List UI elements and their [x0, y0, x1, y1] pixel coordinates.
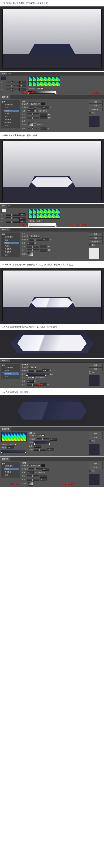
chk-color-overlay[interactable] — [2, 119, 4, 121]
grad-overlay-bar[interactable] — [27, 373, 46, 376]
noise-slider[interactable] — [27, 128, 39, 129]
grad-presets-11[interactable] — [1, 432, 27, 442]
chk-satin[interactable] — [2, 116, 4, 118]
gradient-presets[interactable] — [28, 76, 60, 86]
opacity-slider[interactable] — [29, 106, 42, 108]
ok-button-11b[interactable]: 确定 — [89, 462, 103, 465]
g-slider[interactable] — [6, 85, 19, 87]
g-input-8[interactable] — [19, 217, 27, 220]
preview-thumbnail-8 — [89, 248, 100, 259]
contour-picker[interactable] — [28, 123, 33, 126]
ls-title-8: 图层样式 — [0, 228, 10, 231]
ok-button-8[interactable]: 确定 — [89, 232, 103, 236]
annotation-rgb-8: R:35G:38 — [19, 224, 28, 226]
chk-antialias[interactable] — [34, 123, 36, 125]
step-9-text: 9.下来我们用钢笔画出一个反光的形状，然后加上蒙版大概擦一下看着自然点 — [0, 261, 104, 268]
step-7-canvas — [0, 6, 104, 71]
ok-button-11[interactable]: 确定 — [89, 432, 103, 435]
new-style-button-8[interactable]: 新建样式... — [89, 240, 103, 244]
step-8-text: 8.用钢笔勾画出中间内容，再加上效果 — [0, 132, 104, 139]
size-label: 大小: — [22, 117, 26, 119]
size-input[interactable] — [40, 117, 47, 119]
opt-bevel[interactable]: 斜面和浮雕 — [5, 104, 13, 106]
new-style-button[interactable]: 新建样式... — [89, 108, 103, 111]
noise-input[interactable] — [40, 127, 47, 130]
tab-swatches-8[interactable]: 色板 — [7, 204, 13, 208]
b-slider-8[interactable] — [6, 221, 19, 223]
r-slider[interactable] — [6, 82, 19, 83]
chk-stroke[interactable] — [2, 107, 4, 109]
b-input[interactable] — [19, 88, 27, 91]
shadow-color-swatch[interactable] — [41, 102, 45, 105]
ground-shape-9 — [3, 307, 101, 321]
opt-grad-overlay[interactable]: 渐变叠加 — [5, 122, 11, 124]
tab-color[interactable]: 颜色 — [0, 72, 7, 75]
fg-swatch[interactable] — [1, 76, 6, 80]
opt-stroke[interactable]: 描边 — [5, 107, 8, 109]
size-slider[interactable] — [27, 117, 39, 119]
b-input-8[interactable] — [19, 220, 27, 223]
tab-color-8[interactable]: 颜色 — [0, 204, 7, 208]
ok-button[interactable]: 确定 — [89, 100, 103, 103]
opt-satin[interactable]: 光泽 — [5, 116, 8, 118]
chk-drop-shadow[interactable] — [2, 125, 4, 127]
b-label: B — [1, 89, 6, 90]
color-panel: 颜色 色板 R G B 渐变类型:线性 R:38G:42b:66 #e8e8ed — [0, 72, 104, 95]
panel-body-shape — [17, 402, 87, 420]
cancel-button[interactable]: 取消 — [89, 104, 103, 107]
layer-style-dialog-8: 图层样式 样式 斜面和浮雕 描边 内阴影 内发光 颜色叠加 渐变叠加 投影 结构… — [0, 228, 104, 261]
cancel-button-11[interactable]: 取消 — [89, 436, 103, 439]
chk-preview[interactable] — [89, 112, 91, 114]
tab-swatches[interactable]: 色板 — [7, 72, 13, 75]
chk-inner-shadow[interactable] — [2, 110, 4, 112]
cancel-button-11b[interactable]: 取消 — [89, 466, 103, 469]
gradient-bar-8[interactable] — [28, 223, 56, 226]
chk-inner-glow[interactable] — [2, 113, 4, 115]
preview-thumbnail-10 — [89, 375, 100, 386]
global-light-label: 使用全局光 — [39, 110, 47, 112]
gradient-presets-8[interactable] — [28, 209, 60, 219]
annotation-8b: b:242a3a→3a3e58 — [69, 224, 87, 226]
cancel-button-8[interactable]: 取消 — [89, 236, 103, 240]
g-slider-8[interactable] — [6, 217, 19, 219]
b-slider[interactable] — [6, 89, 19, 90]
r-slider-8[interactable] — [6, 214, 19, 216]
pedestal-top — [37, 50, 67, 53]
px-unit: 像素 — [48, 113, 51, 116]
chk-grad-overlay[interactable] — [2, 122, 4, 124]
hex-shape-reflect — [31, 298, 73, 307]
r-input[interactable] — [19, 81, 27, 84]
opt-color-overlay[interactable]: 颜色叠加 — [5, 119, 11, 121]
structure-header: 结构 — [22, 100, 87, 102]
step-11-canvas — [0, 395, 104, 427]
grad-type-select-8[interactable]: 线性 — [36, 220, 44, 222]
r-input-8[interactable] — [19, 213, 27, 216]
annotation-rgb: R:38G:42b:66 — [21, 92, 34, 94]
preview-thumbnail — [89, 116, 100, 127]
distance-slider[interactable] — [27, 114, 39, 115]
grad-type-select[interactable]: 线性 — [36, 87, 44, 90]
angle-input[interactable] — [27, 110, 34, 112]
annotation-11b: 内阴影#1a1d2e — [62, 483, 76, 486]
step-10-text: 10.下来我们用钢笔和形状工具给中间部分加上一些小的部件 — [0, 324, 104, 330]
pct-unit: % — [50, 106, 51, 108]
opt-inner-glow[interactable]: 内发光 — [5, 113, 9, 115]
step-7-text: 7.用钢笔和形状工具勾画出中间内容，再加上效果 — [0, 0, 104, 6]
blend-mode-label: 混合模式: — [22, 103, 29, 105]
blend-mode-select[interactable]: 正片叠底 — [29, 102, 40, 105]
opt-inner-shadow[interactable]: 内阴影 — [5, 110, 9, 112]
layer-style-dialog-11b: 图层样式 样式 斜面和浮雕 内阴影 渐变叠加 投影 内阴影 混合模式:正片叠底 … — [0, 457, 104, 487]
opacity-input[interactable] — [43, 106, 49, 109]
grad-bar-11[interactable] — [1, 450, 26, 453]
annotation-hex: #e8e8ed — [92, 92, 101, 94]
cancel-button-10[interactable]: 取消 — [89, 367, 103, 371]
opt-drop-shadow[interactable]: 投影 — [5, 124, 8, 127]
g-input[interactable] — [19, 85, 27, 87]
distance-input[interactable] — [40, 113, 47, 116]
fg-swatch-8[interactable] — [1, 209, 6, 213]
chk-bevel[interactable] — [2, 104, 4, 106]
deg-unit: 度 — [34, 110, 36, 112]
chk-global-light[interactable] — [37, 110, 39, 112]
ok-button-10[interactable]: 确定 — [89, 364, 103, 367]
style-list-header: 样式 — [2, 101, 19, 103]
